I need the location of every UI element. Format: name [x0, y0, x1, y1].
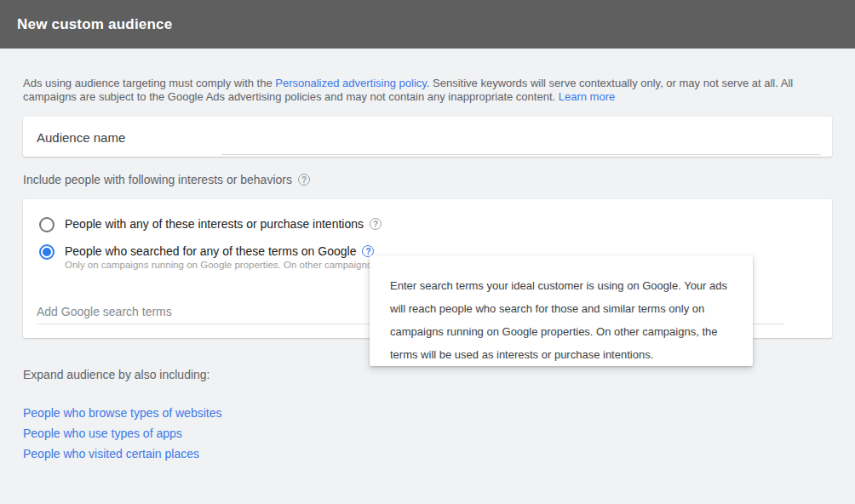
intro-text-segment: Ads using audience targeting must comply…: [23, 77, 275, 89]
help-icon[interactable]: ?: [370, 218, 382, 230]
help-icon[interactable]: ?: [298, 174, 310, 186]
audience-name-label: Audience name: [37, 129, 125, 144]
page-title: New custom audience: [17, 16, 172, 33]
personalized-advertising-policy-link[interactable]: Personalized advertising policy: [275, 77, 427, 89]
expand-links-list: People who browse types of websites Peop…: [23, 403, 832, 464]
include-section-label: Include people with following interests …: [23, 173, 292, 186]
help-tooltip-text: Enter search terms your ideal customer i…: [390, 274, 732, 366]
include-section-label-row: Include people with following interests …: [23, 173, 832, 186]
policy-intro-text: Ads using audience targeting must comply…: [23, 77, 808, 104]
learn-more-link[interactable]: Learn more: [559, 90, 615, 103]
audience-name-card: Audience name: [23, 117, 832, 157]
option-search-terms-label: People who searched for any of these ter…: [65, 244, 356, 258]
expand-audience-label: Expand audience by also including:: [23, 368, 832, 381]
radio-button-interests[interactable]: [39, 217, 55, 232]
expand-link-websites[interactable]: People who browse types of websites: [23, 403, 832, 423]
help-tooltip: Enter search terms your ideal customer i…: [370, 255, 753, 366]
radio-button-search-terms[interactable]: [39, 244, 55, 260]
audience-name-input[interactable]: [221, 131, 821, 155]
expand-link-apps[interactable]: People who use types of apps: [23, 423, 832, 444]
option-interests-label: People with any of these interests or pu…: [65, 217, 364, 231]
option-interests-row: People with any of these interests or pu…: [39, 217, 832, 232]
header-bar: New custom audience: [0, 0, 855, 49]
expand-link-places[interactable]: People who visited certain places: [23, 444, 832, 464]
